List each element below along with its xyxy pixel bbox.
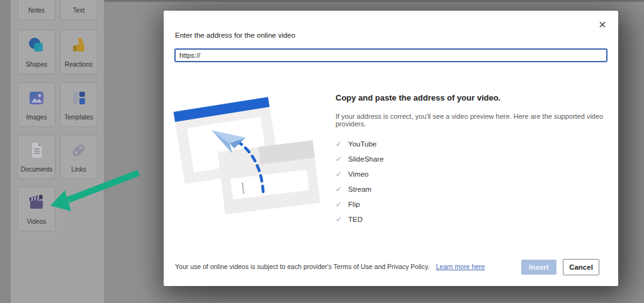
provider-label: TED <box>348 216 363 223</box>
check-icon: ✓ <box>336 201 342 208</box>
address-label: Enter the address for the online video <box>175 31 295 39</box>
learn-more-link[interactable]: Learn more here <box>436 263 485 270</box>
help-heading: Copy and paste the address of your video… <box>336 93 616 102</box>
app-screen: Notes T Text Shapes <box>0 0 644 303</box>
shapes-icon <box>28 36 45 54</box>
sidebar-item-label: Videos <box>18 218 55 225</box>
provider-label: Vimeo <box>348 170 368 178</box>
canvas-left-edge <box>0 0 11 303</box>
provider-row: ✓ TED <box>336 212 616 227</box>
sidebar-item-label: Links <box>60 166 97 173</box>
help-subtext: If your address is correct, you'll see a… <box>336 113 616 128</box>
sidebar-item-label: Reactions <box>60 61 97 68</box>
supported-providers-list: ✓ YouTube ✓ SlideShare ✓ Vimeo ✓ Stream … <box>336 136 616 227</box>
cancel-button[interactable]: Cancel <box>563 259 599 275</box>
sidebar-item-notes[interactable]: Notes <box>18 0 55 20</box>
sidebar-item-documents[interactable]: Documents <box>18 135 55 179</box>
tools-sidebar: Notes T Text Shapes <box>11 0 105 303</box>
sidebar-item-videos[interactable]: Videos <box>18 187 55 231</box>
terms-disclaimer: Your use of online videos is subject to … <box>175 263 430 270</box>
sidebar-item-text[interactable]: T Text <box>60 0 98 20</box>
provider-row: ✓ SlideShare <box>336 152 616 167</box>
insert-button[interactable]: Insert <box>521 260 556 275</box>
clapperboard-icon <box>28 194 45 211</box>
sidebar-item-label: Text <box>60 7 97 14</box>
provider-label: Stream <box>348 185 371 193</box>
check-icon: ✓ <box>336 170 342 178</box>
chain-link-icon <box>70 141 88 159</box>
sidebar-item-label: Images <box>18 114 55 121</box>
provider-label: YouTube <box>348 140 376 148</box>
provider-label: Flip <box>348 201 360 208</box>
document-icon <box>28 141 45 159</box>
footer-disclaimer-row: Your use of online videos is subject to … <box>175 263 485 270</box>
insert-online-video-dialog: ✕ Enter the address for the online video <box>164 11 618 286</box>
check-icon: ✓ <box>336 185 342 193</box>
sidebar-item-shapes[interactable]: Shapes <box>18 30 55 74</box>
sidebar-item-label: Templates <box>60 114 97 121</box>
video-help-section: Copy and paste the address of your video… <box>336 93 616 227</box>
provider-row: ✓ Vimeo <box>336 167 616 182</box>
picture-icon <box>28 89 45 107</box>
provider-label: SlideShare <box>348 155 383 163</box>
templates-grid-icon <box>70 89 88 107</box>
provider-row: ✓ Stream <box>336 182 616 197</box>
close-icon[interactable]: ✕ <box>596 18 609 32</box>
sidebar-item-images[interactable]: Images <box>18 82 55 127</box>
sidebar-item-reactions[interactable]: Reactions <box>60 30 98 74</box>
check-icon: ✓ <box>336 155 342 163</box>
provider-row: ✓ YouTube <box>336 136 616 152</box>
check-icon: ✓ <box>336 140 342 148</box>
provider-row: ✓ Flip <box>336 197 616 212</box>
check-icon: ✓ <box>336 216 342 223</box>
video-address-input[interactable] <box>174 48 607 62</box>
sidebar-item-label: Documents <box>18 166 55 173</box>
sidebar-item-templates[interactable]: Templates <box>60 82 98 127</box>
paper-plane-illustration <box>169 85 326 214</box>
sidebar-item-label: Notes <box>18 7 55 14</box>
sidebar-item-label: Shapes <box>18 61 55 68</box>
sidebar-item-links[interactable]: Links <box>60 135 98 179</box>
thumbs-up-icon <box>70 36 88 54</box>
